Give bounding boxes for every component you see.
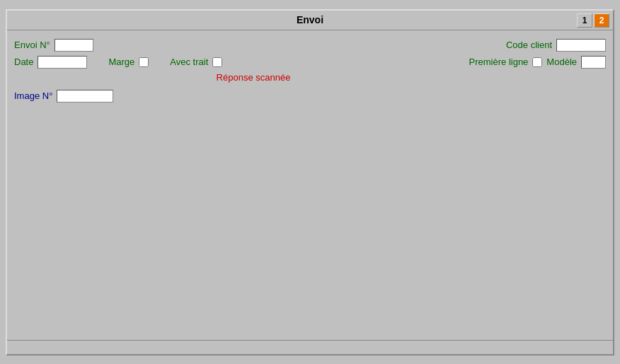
marge-group: Marge xyxy=(108,57,149,67)
code-client-group: Code client xyxy=(506,39,606,52)
envoi-group: Envoi N° xyxy=(14,39,93,52)
envoi-input[interactable] xyxy=(54,39,93,52)
avec-trait-label: Avec trait xyxy=(170,57,208,67)
modele-input[interactable] xyxy=(581,56,606,69)
window-title: Envoi xyxy=(11,14,609,25)
image-no-label: Image N° xyxy=(14,90,52,101)
row-image: Image N° xyxy=(14,90,606,102)
reponse-center: Réponse scannée xyxy=(217,72,291,83)
status-bar xyxy=(7,340,613,354)
reponse-scannee-label: Réponse scannée xyxy=(217,72,291,83)
avec-trait-checkbox[interactable] xyxy=(212,57,222,67)
premiere-ligne-label: Première ligne xyxy=(469,57,529,67)
envoi-label: Envoi N° xyxy=(14,40,50,50)
form-content: Envoi N° Code client Date Marge Avec tra… xyxy=(7,30,613,340)
premiere-ligne-checkbox[interactable] xyxy=(532,57,542,67)
date-group: Date xyxy=(14,56,87,69)
main-window: Envoi 1 2 Envoi N° Code client Date M xyxy=(6,9,614,356)
code-client-input[interactable] xyxy=(556,39,606,52)
image-no-input[interactable] xyxy=(57,90,113,102)
btn-2[interactable]: 2 xyxy=(594,13,609,28)
premiere-ligne-group: Première ligne Modèle xyxy=(469,56,606,69)
title-bar-buttons: 1 2 xyxy=(577,13,609,28)
code-client-label: Code client xyxy=(506,40,552,50)
modele-label: Modèle xyxy=(546,57,577,67)
date-input[interactable] xyxy=(38,56,87,69)
row-reponse: Réponse scannée xyxy=(14,72,606,83)
date-label: Date xyxy=(14,57,33,67)
marge-label: Marge xyxy=(108,57,134,67)
avec-trait-group: Avec trait xyxy=(170,57,222,67)
row-date: Date Marge Avec trait Première ligne Mod… xyxy=(14,56,606,69)
title-bar: Envoi 1 2 xyxy=(7,11,613,30)
btn-1[interactable]: 1 xyxy=(577,13,592,28)
row-envoi: Envoi N° Code client xyxy=(14,39,606,52)
marge-checkbox[interactable] xyxy=(139,57,149,67)
